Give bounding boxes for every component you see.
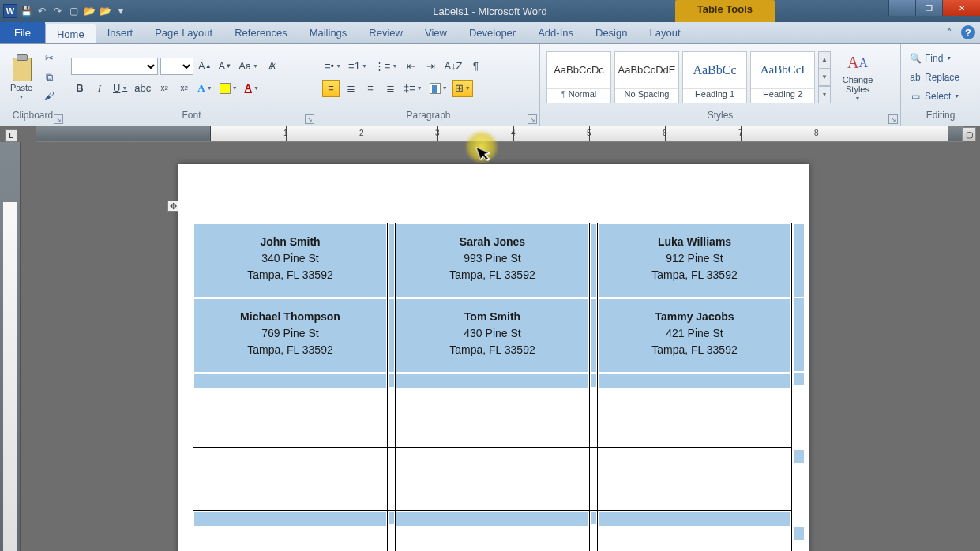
- shrink-font-icon[interactable]: A▼: [216, 58, 235, 75]
- font-family-select[interactable]: [71, 58, 158, 75]
- group-font-label: Font↘: [66, 110, 317, 126]
- show-marks-icon[interactable]: ¶: [467, 58, 485, 75]
- row-select-marker: [794, 373, 804, 385]
- horizontal-ruler[interactable]: 1 2 3 4 5 6 7 8: [36, 126, 964, 142]
- styles-dialog-launcher[interactable]: ↘: [888, 114, 898, 124]
- labels-table[interactable]: John Smith340 Pine StTampa, FL 33592 Sar…: [193, 223, 792, 551]
- label-cell[interactable]: [598, 448, 792, 511]
- label-cell[interactable]: Michael Thompson769 Pine StTampa, FL 335…: [193, 298, 388, 373]
- line-spacing-icon[interactable]: ‡≡▼: [401, 80, 425, 97]
- help-icon[interactable]: ?: [961, 25, 975, 39]
- window-minimize-button[interactable]: —: [888, 0, 915, 16]
- styles-scroll-up[interactable]: ▲: [818, 51, 831, 69]
- tab-design[interactable]: Design: [584, 22, 638, 43]
- find-button[interactable]: 🔍Find▼: [906, 50, 975, 67]
- label-cell[interactable]: Tammy Jacobs421 Pine StTampa, FL 33592: [598, 298, 792, 373]
- ribbon-tabs: File Home Insert Page Layout References …: [0, 22, 980, 44]
- superscript-button[interactable]: x2: [175, 80, 193, 97]
- word-app-icon[interactable]: W: [3, 4, 17, 18]
- format-painter-icon[interactable]: 🖌: [41, 88, 57, 104]
- page: ✥ John Smith340 Pine StTampa, FL 33592 S…: [178, 164, 809, 551]
- strikethrough-button[interactable]: abc: [132, 80, 153, 97]
- qat-save-icon[interactable]: 💾: [19, 4, 33, 18]
- group-styles-label: Styles↘: [540, 110, 900, 126]
- numbering-icon[interactable]: ≡1▼: [346, 58, 370, 75]
- tab-insert[interactable]: Insert: [96, 22, 145, 43]
- increase-indent-icon[interactable]: ⇥: [422, 58, 439, 75]
- tab-mailings[interactable]: Mailings: [299, 22, 359, 43]
- cut-icon[interactable]: ✂: [41, 51, 57, 66]
- qat-open-icon[interactable]: 📂: [82, 4, 96, 18]
- bullets-icon[interactable]: ≡•▼: [322, 58, 344, 75]
- grow-font-icon[interactable]: A▲: [196, 58, 214, 75]
- font-dialog-launcher[interactable]: ↘: [305, 114, 314, 124]
- qat-undo-icon[interactable]: ↶: [35, 4, 49, 18]
- font-size-select[interactable]: [160, 58, 193, 75]
- paste-button[interactable]: Paste ▼: [5, 47, 38, 107]
- paste-icon: [9, 54, 33, 81]
- row-select-marker: [794, 298, 804, 371]
- qat-new-icon[interactable]: ▢: [66, 4, 81, 18]
- ribbon-minimize-icon[interactable]: ˄: [942, 25, 956, 39]
- multilevel-list-icon[interactable]: ⋮≡▼: [372, 58, 400, 75]
- replace-icon: ab: [909, 72, 922, 83]
- vertical-ruler[interactable]: [0, 142, 21, 551]
- clipboard-dialog-launcher[interactable]: ↘: [54, 114, 63, 124]
- tab-file[interactable]: File: [0, 22, 45, 43]
- highlight-color-icon[interactable]: ▼: [217, 80, 240, 97]
- label-cell[interactable]: [193, 448, 388, 511]
- styles-gallery[interactable]: AaBbCcDc Normal AaBbCcDdE No Spacing AaB…: [545, 50, 832, 105]
- replace-button[interactable]: abReplace: [906, 69, 975, 86]
- style-heading-2[interactable]: AaBbCcI Heading 2: [750, 51, 815, 103]
- tab-references[interactable]: References: [223, 22, 298, 43]
- tab-review[interactable]: Review: [358, 22, 414, 43]
- shading-icon[interactable]: ▼: [427, 80, 450, 97]
- align-right-button[interactable]: ≡: [362, 80, 379, 97]
- borders-icon[interactable]: ⊞▼: [452, 80, 473, 97]
- clear-formatting-icon[interactable]: A̷: [263, 58, 280, 75]
- window-maximize-button[interactable]: ❐: [915, 0, 942, 16]
- style-no-spacing[interactable]: AaBbCcDdE No Spacing: [614, 51, 679, 103]
- align-left-button[interactable]: ≡: [322, 80, 340, 97]
- sort-icon[interactable]: A↓Z: [441, 58, 464, 75]
- change-styles-button[interactable]: AA Change Styles ▼: [835, 53, 880, 101]
- decrease-indent-icon[interactable]: ⇤: [402, 58, 419, 75]
- qat-open2-icon[interactable]: 📂: [98, 4, 112, 18]
- text-effects-icon[interactable]: A▼: [195, 80, 214, 97]
- tab-developer[interactable]: Developer: [458, 22, 527, 43]
- change-case-icon[interactable]: Aa▼: [236, 58, 261, 75]
- window-close-button[interactable]: ✕: [942, 0, 980, 16]
- styles-scroll-down[interactable]: ▼: [818, 69, 831, 86]
- table-move-handle[interactable]: ✥: [167, 201, 178, 212]
- subscript-button[interactable]: x2: [156, 80, 173, 97]
- font-color-icon[interactable]: A▼: [242, 80, 261, 97]
- label-cell[interactable]: Tom Smith430 Pine StTampa, FL 33592: [396, 298, 590, 373]
- copy-icon[interactable]: ⧉: [41, 69, 57, 85]
- tab-layout[interactable]: Layout: [638, 22, 691, 43]
- tab-view[interactable]: View: [414, 22, 458, 43]
- row-select-marker: [794, 527, 804, 540]
- change-styles-icon: AA: [847, 53, 868, 73]
- align-center-button[interactable]: ≣: [342, 80, 359, 97]
- tab-page-layout[interactable]: Page Layout: [144, 22, 223, 43]
- bold-button[interactable]: B: [71, 80, 88, 97]
- document-canvas[interactable]: ✥ John Smith340 Pine StTampa, FL 33592 S…: [21, 142, 980, 551]
- ruler-toggle[interactable]: ▢: [962, 127, 976, 141]
- justify-button[interactable]: ≣: [381, 80, 399, 97]
- paragraph-dialog-launcher[interactable]: ↘: [528, 114, 537, 124]
- label-cell[interactable]: [396, 448, 590, 511]
- tab-home[interactable]: Home: [45, 24, 96, 43]
- tab-selector[interactable]: L: [5, 129, 17, 142]
- label-cell[interactable]: John Smith340 Pine StTampa, FL 33592: [193, 223, 388, 298]
- underline-button[interactable]: U▼: [111, 80, 130, 97]
- style-heading-1[interactable]: AaBbCc Heading 1: [682, 51, 747, 103]
- qat-redo-icon[interactable]: ↷: [51, 4, 65, 18]
- style-normal[interactable]: AaBbCcDc Normal: [546, 51, 611, 103]
- styles-expand[interactable]: ▾: [818, 86, 831, 103]
- label-cell[interactable]: Luka Williams912 Pine StTampa, FL 33592: [598, 223, 792, 298]
- italic-button[interactable]: I: [91, 80, 108, 97]
- tab-add-ins[interactable]: Add-Ins: [527, 22, 584, 43]
- qat-customize-icon[interactable]: ▾: [114, 4, 128, 18]
- select-button[interactable]: ▭Select▼: [906, 88, 975, 105]
- label-cell[interactable]: Sarah Jones993 Pine StTampa, FL 33592: [396, 223, 590, 298]
